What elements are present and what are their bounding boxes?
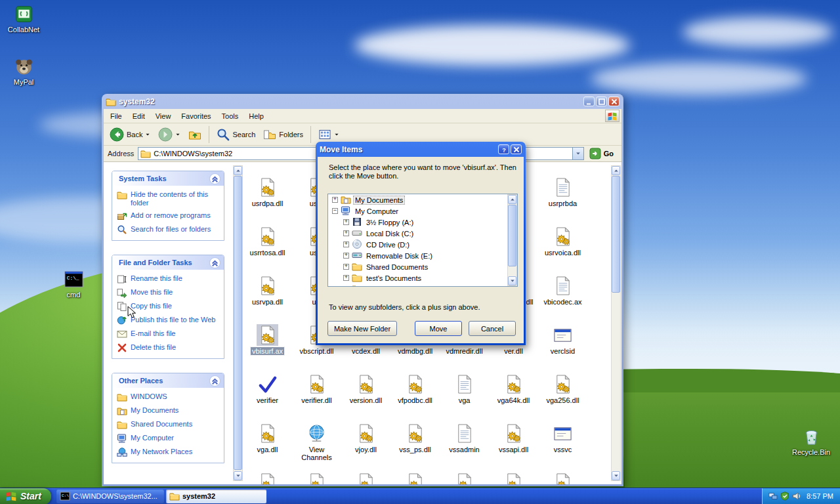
help-button[interactable]: ? — [498, 144, 509, 154]
forward-button[interactable] — [155, 126, 184, 143]
expand-toggle[interactable]: + — [332, 197, 338, 203]
file-vga64k-dll[interactable]: vga64k.dll — [489, 373, 538, 423]
desktop-icon-mypal[interactable]: MyPal — [1, 56, 46, 86]
scroll-thumb[interactable] — [508, 205, 516, 266]
expand-toggle[interactable]: + — [343, 242, 349, 247]
file-hidden[interactable] — [292, 472, 341, 484]
scroll-up-button[interactable] — [234, 166, 242, 175]
close-button[interactable] — [608, 96, 620, 106]
tree-item-cd-drive-d[interactable]: +CD Drive (D:) — [328, 239, 517, 250]
menu-file[interactable]: File — [105, 110, 127, 122]
back-dropdown-icon[interactable] — [145, 132, 150, 137]
scroll-thumb[interactable] — [612, 176, 620, 293]
file-vss-ps-dll[interactable]: vss_ps.dll — [390, 423, 440, 472]
dialog-titlebar[interactable]: Move Items ? — [318, 142, 524, 157]
explorer-titlebar[interactable]: system32 — [104, 94, 621, 109]
forward-dropdown-icon[interactable] — [175, 132, 180, 137]
tree-item-test-s-documents[interactable]: +test's Documents — [328, 272, 517, 284]
file-verifier[interactable]: verifier — [243, 373, 292, 423]
file-vga[interactable]: vga — [440, 373, 489, 423]
collapse-chevron-icon[interactable] — [209, 375, 220, 387]
scroll-thumb[interactable] — [234, 176, 242, 470]
folders-button[interactable]: Folders — [260, 127, 306, 142]
desktop-icon-recycle-bin[interactable]: Recycle.Bin — [789, 427, 833, 456]
volume-icon[interactable] — [792, 492, 801, 501]
views-dropdown-icon[interactable] — [334, 132, 339, 137]
expand-toggle[interactable]: + — [343, 264, 349, 270]
file-vjoy-dll[interactable]: vjoy.dll — [341, 423, 390, 472]
filelist-scrollbar[interactable] — [611, 165, 621, 481]
scroll-down-button[interactable] — [612, 471, 620, 480]
expand-toggle[interactable]: + — [343, 275, 349, 281]
file-usrdpa-dll[interactable]: usrdpa.dll — [243, 177, 292, 226]
task-e-mail-this-file[interactable]: E-mail this file — [117, 329, 221, 339]
file-vga256-dll[interactable]: vga256.dll — [538, 373, 587, 423]
move-button[interactable]: Move — [415, 321, 462, 336]
tree-item-blank[interactable]: + — [328, 284, 517, 287]
maximize-button[interactable] — [596, 96, 607, 106]
desktop-icon-collabnet[interactable]: CollabNet — [1, 4, 46, 33]
tree-item-my-documents[interactable]: +My Documents — [328, 194, 517, 205]
scroll-up-button[interactable] — [508, 195, 516, 204]
scroll-up-button[interactable] — [612, 166, 620, 175]
menu-tools[interactable]: Tools — [217, 110, 244, 122]
file-usrvoica-dll[interactable]: usrvoica.dll — [538, 226, 587, 275]
task-my-computer[interactable]: My Computer — [117, 434, 221, 444]
file-hidden[interactable] — [538, 472, 587, 484]
panel-header-system-tasks[interactable]: System Tasks — [112, 171, 224, 186]
collapse-chevron-icon[interactable] — [209, 173, 220, 184]
task-delete-this-file[interactable]: Delete this file — [117, 343, 221, 353]
tree-item-removable-disk-e[interactable]: +Removable Disk (E:) — [328, 250, 517, 261]
file-vga-dll[interactable]: vga.dll — [243, 423, 292, 472]
file-vfpodbc-dll[interactable]: vfpodbc.dll — [390, 373, 440, 423]
file-usrrtosa-dll[interactable]: usrrtosa.dll — [243, 226, 292, 275]
file-hidden[interactable] — [243, 472, 292, 484]
task-move-this-file[interactable]: Move this file — [117, 288, 221, 298]
task-windows[interactable]: WINDOWS — [117, 392, 221, 402]
file-vssvc[interactable]: vssvc — [538, 423, 587, 472]
task-my-documents[interactable]: My Documents — [117, 406, 221, 416]
scroll-down-button[interactable] — [234, 471, 242, 480]
back-button[interactable]: Back — [106, 126, 154, 143]
file-vbicodec-ax[interactable]: vbicodec.ax — [538, 275, 587, 324]
menu-edit[interactable]: Edit — [127, 110, 150, 122]
task-hide-the-contents-of-this-folder[interactable]: Hide the contents of this folder — [117, 190, 221, 207]
expand-toggle[interactable]: + — [343, 230, 349, 236]
tree-item-local-disk-c[interactable]: +Local Disk (C:) — [328, 228, 517, 239]
menu-view[interactable]: View — [150, 110, 177, 122]
file-vbisurf-ax[interactable]: vbisurf.ax — [243, 324, 292, 373]
collapse-chevron-icon[interactable] — [209, 257, 220, 268]
file-view-channels[interactable]: View Channels — [292, 423, 341, 472]
tree-item-my-computer[interactable]: −My Computer — [328, 205, 517, 217]
start-button[interactable]: Start — [0, 488, 51, 504]
cancel-button[interactable]: Cancel — [469, 321, 516, 336]
task-my-network-places[interactable]: My Network Places — [117, 448, 221, 457]
go-button[interactable]: Go — [588, 148, 618, 159]
panel-header-other-places[interactable]: Other Places — [112, 373, 224, 388]
menu-favorites[interactable]: Favorites — [176, 110, 216, 122]
taskbar-button-c-windows-system32[interactable]: C:\C:\WINDOWS\system32... — [56, 490, 164, 503]
file-verifier-dll[interactable]: verifier.dll — [292, 373, 341, 423]
task-rename-this-file[interactable]: Rename this file — [117, 274, 221, 284]
task-shared-documents[interactable]: Shared Documents — [117, 420, 221, 430]
file-verclsid[interactable]: verclsid — [538, 324, 587, 373]
dialog-close-button[interactable] — [511, 144, 522, 154]
file-usrvpa-dll[interactable]: usrvpa.dll — [243, 275, 292, 324]
task-search-for-files-or-folders[interactable]: Search for files or folders — [117, 225, 221, 235]
file-vssadmin[interactable]: vssadmin — [440, 423, 489, 472]
desktop-icon-cmd[interactable]: C:\_cmd — [51, 269, 96, 299]
file-vssapi-dll[interactable]: vssapi.dll — [489, 423, 538, 472]
tree-item-3-floppy-a[interactable]: +3½ Floppy (A:) — [328, 217, 517, 228]
expand-toggle[interactable]: + — [343, 253, 349, 259]
up-button[interactable] — [185, 127, 205, 142]
panel-header-file-and-folder-tasks[interactable]: File and Folder Tasks — [112, 255, 224, 270]
search-button[interactable]: Search — [213, 127, 259, 142]
tree-item-shared-documents[interactable]: +Shared Documents — [328, 261, 517, 272]
taskbar-button-system32[interactable]: system32 — [166, 490, 266, 503]
network-icon[interactable] — [768, 492, 778, 501]
file-usrprbda[interactable]: usrprbda — [538, 177, 587, 226]
expand-toggle[interactable]: − — [332, 208, 338, 214]
shield-icon[interactable] — [780, 492, 789, 501]
file-hidden[interactable] — [440, 472, 489, 484]
tree-scrollbar[interactable] — [507, 194, 517, 286]
